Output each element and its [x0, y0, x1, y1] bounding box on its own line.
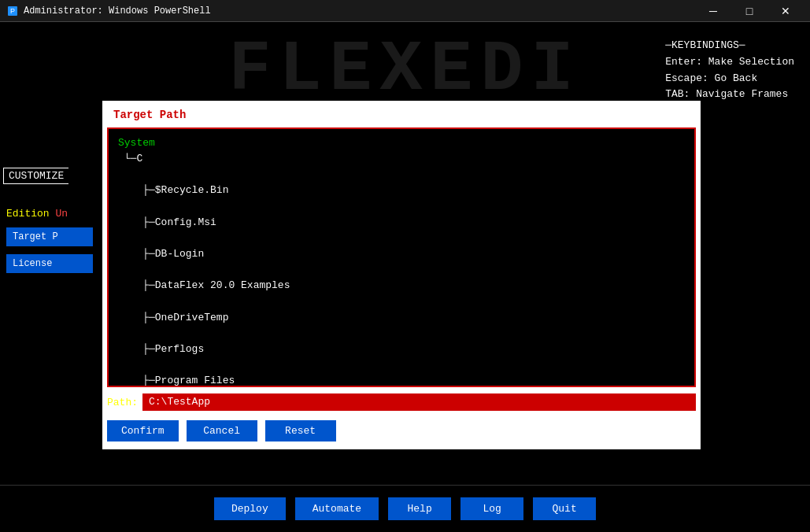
edition-value: Un — [55, 208, 68, 220]
tree-drive: └─C — [118, 151, 685, 167]
target-path-button[interactable]: Target P — [6, 227, 93, 246]
keybindings-title: ─KEYBINDINGS─ — [665, 38, 794, 54]
titlebar-title: Administrator: Windows PowerShell — [24, 6, 695, 17]
tree-root: System — [118, 137, 155, 149]
customize-label: CUSTOMIZE — [3, 168, 68, 184]
keybinding-enter: Enter: Make Selection — [665, 54, 794, 71]
list-item[interactable]: ├─DataFlex 20.0 Examples — [118, 278, 685, 294]
help-button[interactable]: Help — [388, 497, 451, 520]
path-value[interactable]: C:\TestApp — [142, 393, 696, 411]
reset-button[interactable]: Reset — [265, 420, 336, 441]
list-item[interactable]: ├─$Recycle.Bin — [118, 183, 685, 198]
bottom-bar: Deploy Automate Help Log Quit — [0, 485, 810, 532]
quit-button[interactable]: Quit — [533, 497, 596, 520]
log-button[interactable]: Log — [460, 497, 523, 520]
keybindings-panel: ─KEYBINDINGS─ Enter: Make Selection Esca… — [665, 38, 794, 103]
deploy-button[interactable]: Deploy — [214, 497, 286, 520]
path-bar: Path: C:\TestApp — [107, 393, 696, 411]
file-tree[interactable]: System └─C ├─$Recycle.Bin ├─Config.Msi ├… — [107, 127, 696, 387]
license-button[interactable]: License — [6, 254, 93, 273]
close-button[interactable]: ✕ — [767, 0, 804, 22]
target-path-modal: Target Path System └─C ├─$Recycle.Bin ├─… — [102, 101, 701, 449]
edition-label: Edition — [6, 208, 50, 220]
keybinding-escape: Escape: Go Back — [665, 71, 794, 87]
svg-text:P: P — [10, 7, 15, 15]
automate-button[interactable]: Automate — [295, 497, 379, 520]
list-item[interactable]: ├─Config.Msi — [118, 215, 685, 231]
left-panel: CUSTOMIZE Edition Un Target P License — [0, 22, 102, 532]
titlebar: P Administrator: Windows PowerShell ─ □ … — [0, 0, 810, 22]
app-icon: P — [6, 5, 19, 17]
edition-row: Edition Un — [6, 208, 102, 220]
maximize-button[interactable]: □ — [731, 0, 767, 22]
minimize-button[interactable]: ─ — [695, 0, 731, 22]
list-item[interactable]: ├─DB-Login — [118, 246, 685, 262]
main-area: FLEXEDI ─KEYBINDINGS─ Enter: Make Select… — [0, 22, 810, 532]
list-item[interactable]: ├─Program Files — [118, 373, 685, 387]
list-item[interactable]: ├─OneDriveTemp — [118, 310, 685, 326]
titlebar-controls: ─ □ ✕ — [695, 0, 804, 22]
cancel-button[interactable]: Cancel — [187, 420, 257, 441]
modal-title: Target Path — [107, 105, 696, 124]
list-item[interactable]: ├─Perflogs — [118, 342, 685, 357]
path-label: Path: — [107, 397, 138, 408]
confirm-button[interactable]: Confirm — [107, 420, 179, 441]
modal-buttons: Confirm Cancel Reset — [107, 420, 696, 445]
